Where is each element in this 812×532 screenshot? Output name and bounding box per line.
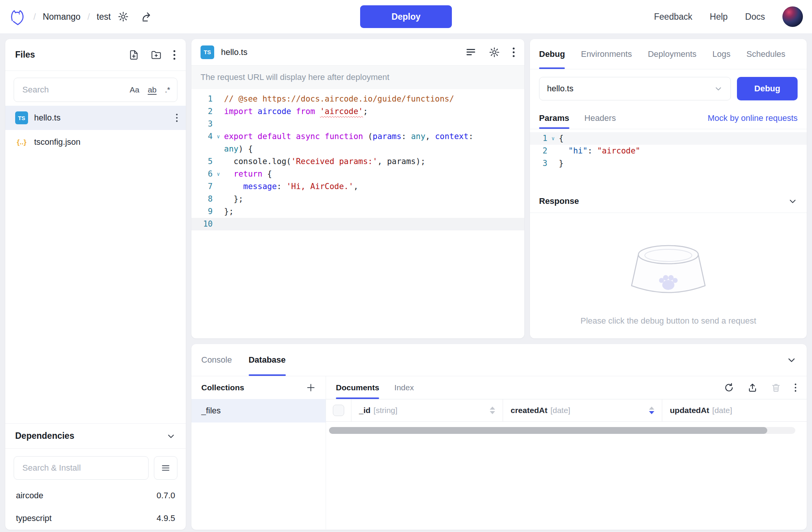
file-more-icon[interactable] [176, 113, 178, 123]
breadcrumb-separator: / [33, 11, 36, 22]
add-collection-icon[interactable] [306, 383, 316, 393]
more-icon[interactable] [512, 47, 515, 58]
documents-area: Documents Index [326, 376, 807, 529]
collections-header: Collections [191, 376, 326, 399]
breadcrumb-team[interactable]: Nomango [43, 12, 81, 22]
code-editor[interactable]: 1// @see https://docs.aircode.io/guide/f… [191, 89, 524, 230]
new-file-icon[interactable] [128, 49, 140, 61]
tab-documents[interactable]: Documents [336, 376, 379, 399]
sort-toggle-desc-active[interactable] [649, 407, 654, 414]
dependencies-header[interactable]: Dependencies [5, 424, 186, 449]
collections-sidebar: Collections _files [191, 376, 326, 529]
regex-toggle[interactable]: .* [165, 85, 170, 94]
more-icon[interactable] [794, 383, 797, 393]
tab-logs[interactable]: Logs [712, 39, 730, 69]
file-name: hello.ts [34, 113, 61, 123]
dependency-item-aircode[interactable]: aircode 0.7.0 [5, 484, 186, 507]
tab-database[interactable]: Database [249, 344, 286, 376]
align-lines-icon[interactable] [465, 47, 477, 58]
editor-settings-gear-icon[interactable] [489, 47, 500, 58]
debug-panel: Debug Environments Deployments Logs Sche… [530, 39, 807, 338]
upload-icon[interactable] [747, 382, 758, 393]
breadcrumb-project[interactable]: test [97, 12, 111, 22]
match-word-toggle[interactable]: ab [148, 85, 157, 94]
typescript-file-icon: TS [15, 111, 28, 124]
tab-deployments[interactable]: Deployments [648, 39, 696, 69]
documents-table-header: _id [string] createdAt [date] updatedAt … [326, 399, 807, 422]
refresh-icon[interactable] [724, 382, 734, 393]
column-header-updatedAt[interactable]: updatedAt [date] [662, 399, 807, 421]
project-settings-gear-icon[interactable] [118, 11, 129, 22]
editor-header: TS hello.ts [191, 39, 524, 66]
column-header-createdAt[interactable]: createdAt [date] [503, 399, 662, 421]
column-header-id[interactable]: _id [string] [351, 399, 503, 421]
nav-docs[interactable]: Docs [745, 12, 765, 22]
files-search-input[interactable] [22, 85, 130, 95]
params-json-editor[interactable]: 1∨{2 "hi": "aircode"3} [530, 129, 807, 170]
dependencies-section: Dependencies aircode 0.7.0 typescript 4.… [5, 423, 186, 530]
function-selector[interactable]: hello.ts [539, 77, 731, 100]
tab-schedules[interactable]: Schedules [746, 39, 785, 69]
nav-feedback[interactable]: Feedback [654, 12, 692, 22]
scrollbar-thumb[interactable] [329, 427, 767, 434]
response-title: Response [539, 196, 579, 206]
file-name: tsconfig.json [34, 137, 80, 147]
collapse-panel-chevron-icon[interactable] [786, 344, 797, 376]
response-empty-state: Please click the debug button to send a … [530, 213, 807, 326]
nav-help[interactable]: Help [710, 12, 727, 22]
params-headers-tabs: Params Headers Mock by online requests [530, 107, 807, 129]
tab-console[interactable]: Console [201, 344, 232, 376]
avatar[interactable] [782, 6, 803, 27]
debug-button[interactable]: Debug [737, 77, 798, 100]
file-item-hello-ts[interactable]: TS hello.ts [5, 106, 186, 130]
files-sidebar: Files [5, 39, 186, 530]
chevron-down-icon[interactable] [166, 431, 176, 441]
console-database-panel: Console Database Collections _files Docu… [191, 344, 807, 530]
editor-filename: hello.ts [221, 47, 248, 57]
breadcrumb: / Nomango / test [9, 8, 153, 25]
breadcrumb-separator: / [87, 11, 90, 22]
dependency-version: 0.7.0 [157, 491, 175, 501]
json-file-icon: {..} [15, 136, 28, 149]
collection-item-files[interactable]: _files [191, 399, 326, 422]
horizontal-scrollbar [329, 427, 795, 434]
bottom-tabs: Console Database [191, 344, 807, 376]
typescript-file-icon: TS [201, 45, 214, 59]
chevron-down-icon[interactable] [788, 196, 798, 206]
workspace: Files [0, 33, 812, 532]
file-item-tsconfig-json[interactable]: {..} tsconfig.json [5, 130, 186, 154]
deploy-button[interactable]: Deploy [360, 5, 452, 28]
share-icon[interactable] [141, 11, 153, 23]
new-folder-icon[interactable] [150, 49, 162, 61]
sort-toggle[interactable] [490, 407, 495, 414]
files-header: Files [5, 39, 186, 71]
tab-debug[interactable]: Debug [539, 39, 565, 69]
top-nav: Feedback Help Docs [654, 6, 803, 27]
more-icon[interactable] [173, 49, 176, 61]
match-case-toggle[interactable]: Aa [130, 85, 140, 94]
documents-tabs: Documents Index [326, 376, 807, 399]
tab-headers[interactable]: Headers [585, 107, 616, 129]
request-url-hint: The request URL will display here after … [191, 66, 524, 89]
trash-icon[interactable] [771, 382, 781, 393]
select-all-checkbox[interactable] [333, 405, 344, 416]
mock-by-online-requests-link[interactable]: Mock by online requests [708, 113, 798, 123]
dependency-version: 4.9.5 [157, 513, 175, 523]
debug-panel-tabs: Debug Environments Deployments Logs Sche… [530, 39, 807, 69]
tab-params[interactable]: Params [539, 107, 569, 129]
tab-environments[interactable]: Environments [581, 39, 632, 69]
aircode-logo[interactable] [9, 8, 27, 25]
tab-index[interactable]: Index [394, 376, 414, 399]
collections-title: Collections [201, 383, 244, 392]
response-header: Response [530, 189, 807, 213]
files-search-box: Aa ab .* [14, 78, 177, 102]
files-title: Files [15, 50, 35, 60]
files-list: Aa ab .* TS hello.ts {..} tsconfig.json [5, 71, 186, 423]
dependency-search-input[interactable] [14, 456, 149, 480]
dependency-item-typescript[interactable]: typescript 4.9.5 [5, 507, 186, 530]
dependency-menu-button[interactable] [154, 456, 177, 480]
response-empty-text: Please click the debug button to send a … [580, 316, 756, 326]
selected-function: hello.ts [547, 84, 574, 94]
dependency-name: aircode [16, 491, 43, 501]
top-bar: / Nomango / test Deploy Feedback Help Do… [0, 0, 812, 33]
